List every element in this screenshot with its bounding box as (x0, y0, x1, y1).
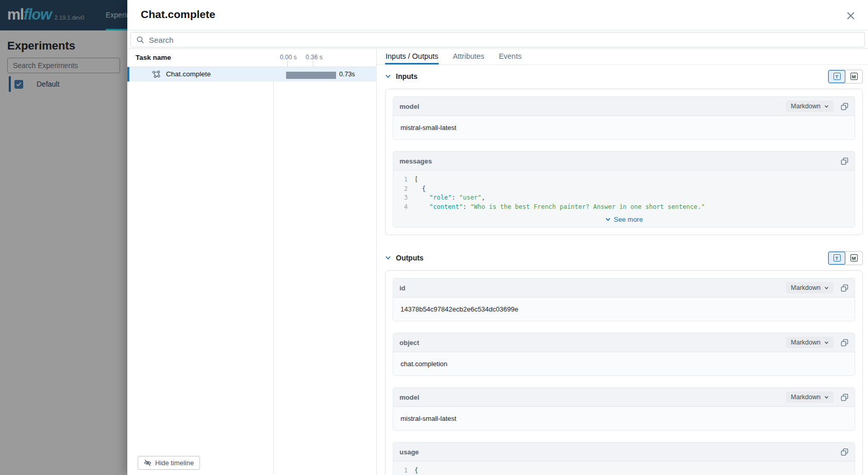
eye-off-icon (144, 459, 152, 467)
outputs-section-title: Outputs (396, 254, 424, 262)
field-key: id (399, 284, 406, 292)
text-view-button[interactable]: T (828, 252, 845, 265)
modal-body: Task name 0.00 s 0.36 s Ch (127, 49, 868, 475)
chevron-down-icon (824, 395, 829, 400)
chevron-down-icon (824, 104, 829, 109)
task-name-column-header: Task name (136, 54, 171, 61)
task-column-divider (273, 67, 274, 475)
markdown-view-icon: M (850, 254, 858, 261)
tab-attributes[interactable]: Attributes (452, 49, 485, 64)
field-usage: usage 1{2 "prompt_tokens": 16 (393, 442, 855, 475)
field-value: 14378b54c97842ecb2e6c534dc03699e (393, 297, 855, 321)
field-value: chat.completion (393, 352, 855, 375)
selected-task-stripe (127, 67, 129, 81)
field-model-header: model Markdown (393, 97, 855, 116)
text-view-icon: T (833, 73, 841, 80)
markdown-dropdown-label: Markdown (791, 103, 821, 110)
field-key: usage (399, 448, 419, 456)
markdown-dropdown-label: Markdown (791, 394, 821, 401)
detail-content: Inputs T M model (377, 65, 868, 475)
markdown-view-button[interactable]: M (845, 252, 862, 265)
copy-icon[interactable] (841, 103, 848, 110)
field-model-output-header: model Markdown (393, 388, 855, 406)
experiment-name: Default (37, 80, 59, 88)
field-model-output: model Markdown mistral-small-latest (393, 387, 855, 431)
span-detail-panel: Inputs / Outputs Attributes Events Input… (377, 49, 868, 475)
inputs-section-header: Inputs T M (385, 67, 863, 86)
field-id: id Markdown 14378b54c97842ecb2e6c534dc0 (393, 278, 855, 321)
hide-timeline-button[interactable]: Hide timeline (138, 456, 200, 470)
task-timeline-panel: Task name 0.00 s 0.36 s Ch (127, 49, 377, 475)
tab-inputs-outputs[interactable]: Inputs / Outputs (385, 49, 439, 64)
outputs-card: id Markdown 14378b54c97842ecb2e6c534dc0 (385, 270, 863, 475)
modal-search-input[interactable] (149, 36, 859, 44)
selected-experiment-stripe (9, 76, 11, 92)
experiment-checkbox[interactable] (14, 80, 23, 89)
markdown-view-icon: M (850, 73, 858, 80)
task-duration-label: 0.73s (339, 71, 355, 78)
timeline-tick-0: 0.00 s (280, 54, 297, 61)
see-more-link[interactable]: See more (393, 211, 855, 227)
copy-icon[interactable] (841, 284, 848, 292)
task-table-header: Task name 0.00 s 0.36 s (127, 49, 377, 67)
copy-icon[interactable] (841, 339, 848, 347)
task-row-chat-complete[interactable]: Chat.complete 0.73s (127, 67, 377, 81)
version-label: 2.19.1.dev0 (55, 14, 85, 21)
modal-search-box[interactable] (130, 32, 865, 47)
task-name: Chat.complete (166, 70, 211, 78)
timeline-tick-1: 0.36 s (306, 54, 323, 61)
text-view-button[interactable]: T (828, 70, 845, 83)
markdown-dropdown[interactable]: Markdown (786, 391, 833, 403)
detail-tabbar: Inputs / Outputs Attributes Events (377, 49, 868, 65)
check-icon (16, 81, 22, 87)
logo-ml: ml (7, 6, 24, 23)
app: mlflow2.19.1.dev0 Experiments Experiment… (0, 0, 868, 475)
field-messages-header: messages (393, 152, 855, 170)
nav-active-underline (106, 29, 127, 30)
see-more-row: See more (393, 211, 855, 227)
chevron-down-icon (385, 73, 391, 79)
chevron-down-icon (605, 217, 611, 222)
inputs-collapse-toggle[interactable]: Inputs (385, 72, 418, 80)
field-key: model (399, 103, 419, 110)
outputs-view-toggle: T M (828, 251, 863, 265)
search-icon (136, 36, 144, 44)
copy-icon[interactable] (841, 448, 848, 456)
markdown-view-button[interactable]: M (845, 70, 862, 83)
trace-modal: Chat.complete Task name 0.00 s 0.36 s (127, 0, 868, 475)
inputs-card: model Markdown mistral-small-latest (385, 89, 863, 235)
chevron-down-icon (385, 255, 391, 261)
modal-header: Chat.complete (127, 0, 868, 30)
field-usage-header: usage (393, 443, 855, 461)
tab-events[interactable]: Events (498, 49, 522, 64)
copy-icon[interactable] (841, 157, 848, 165)
see-more-label: See more (614, 216, 643, 223)
code-block: 1[2 {3 "role": "user",4 "content": "Who … (393, 170, 855, 211)
close-icon[interactable] (844, 9, 857, 22)
copy-icon[interactable] (841, 394, 848, 401)
task-duration-bar (286, 72, 336, 79)
top-navbar: mlflow2.19.1.dev0 Experiments (0, 0, 127, 30)
field-model: model Markdown mistral-small-latest (393, 96, 855, 140)
hide-timeline-label: Hide timeline (155, 459, 194, 467)
field-id-header: id Markdown (393, 279, 855, 297)
background-page: mlflow2.19.1.dev0 Experiments Experiment… (0, 0, 127, 475)
field-key: model (399, 394, 419, 401)
experiments-page-title: Experiments (7, 39, 75, 53)
inputs-section-title: Inputs (396, 72, 418, 80)
markdown-dropdown[interactable]: Markdown (786, 101, 833, 112)
modal-search-row (127, 30, 868, 49)
markdown-dropdown[interactable]: Markdown (786, 337, 833, 348)
outputs-collapse-toggle[interactable]: Outputs (385, 254, 424, 262)
inputs-view-toggle: T M (828, 70, 863, 84)
code-block: 1{2 "prompt_tokens": 16 (393, 461, 855, 475)
field-messages: messages 1[2 {3 "role": "user",4 "conten… (393, 151, 855, 227)
markdown-dropdown-label: Markdown (791, 284, 821, 291)
experiment-list-item-default[interactable]: Default (9, 76, 127, 92)
field-value: mistral-small-latest (393, 406, 855, 430)
nav-item-experiments[interactable]: Experiments (106, 11, 127, 19)
experiments-search-input[interactable] (7, 58, 120, 73)
text-view-icon: T (833, 254, 841, 261)
markdown-dropdown[interactable]: Markdown (786, 282, 833, 293)
field-key: object (399, 339, 419, 347)
